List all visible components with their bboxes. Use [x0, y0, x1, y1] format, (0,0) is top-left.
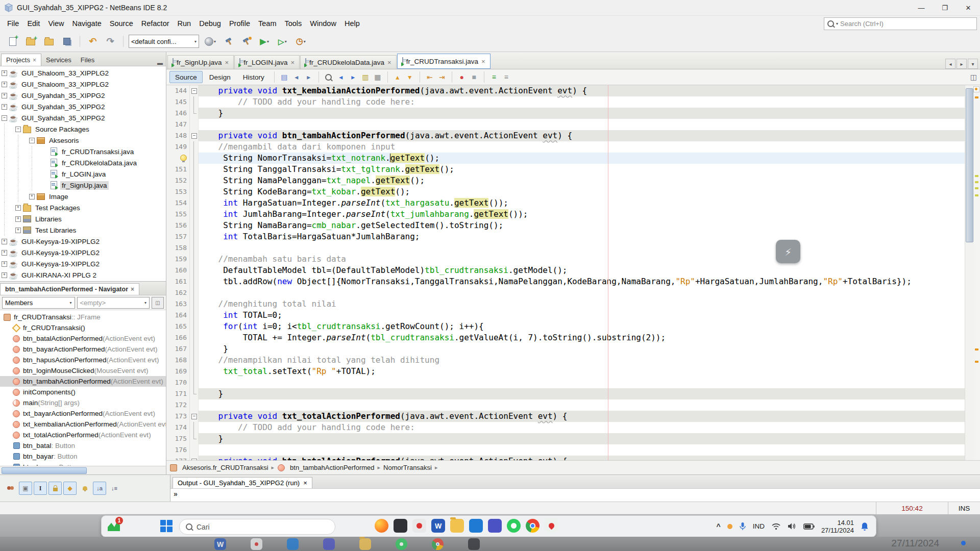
- scroll-left-icon[interactable]: ◂: [945, 59, 955, 69]
- taskbar-app-media-icon[interactable]: [412, 519, 426, 533]
- close-icon[interactable]: ×: [387, 59, 391, 66]
- set-main-project-button[interactable]: ▾: [201, 34, 219, 49]
- editor-tab-fr-crudkeloladata-java[interactable]: fr_CRUDkelolaData.java×: [300, 55, 397, 69]
- fold-collapse-icon[interactable]: −: [191, 88, 197, 94]
- navigator-item-txt-totalactionperformed[interactable]: txt_totalActionPerformed(ActionEvent evt…: [0, 430, 166, 440]
- taskbar-clock[interactable]: 14.01 27/11/2024: [821, 519, 854, 534]
- new-project-button[interactable]: [22, 34, 39, 49]
- fold-collapse-icon[interactable]: −: [191, 459, 197, 460]
- close-icon[interactable]: ×: [303, 479, 307, 487]
- navigator-horizontal-scrollbar[interactable]: [0, 466, 166, 474]
- view-history-button[interactable]: History: [237, 71, 270, 83]
- battery-icon[interactable]: [803, 523, 815, 530]
- taskbar-search-input[interactable]: Cari: [179, 519, 335, 535]
- collapse-icon[interactable]: −: [2, 115, 7, 121]
- taskbar-app-blue-app-icon[interactable]: [488, 519, 502, 533]
- notification-app-icon[interactable]: 1: [108, 519, 122, 533]
- navigator-mode-select[interactable]: Members▾: [2, 297, 75, 309]
- menu-debug[interactable]: Debug: [195, 17, 225, 30]
- navigator-item-fr-crudtransaksi[interactable]: fr_CRUDTransaksi :: JFrame: [0, 312, 166, 322]
- scrollbar-thumb[interactable]: [2, 467, 87, 474]
- forward-button[interactable]: ▸: [303, 71, 314, 83]
- editor-tab-fr-signup-java[interactable]: fr_SignUp.java×: [167, 55, 234, 69]
- tree-item-fr-signup-java[interactable]: fr_SignUp.java: [0, 180, 166, 191]
- menu-team[interactable]: Team: [254, 17, 280, 30]
- taskbar-app-chrome-icon[interactable]: [526, 519, 540, 533]
- navigator-window-button[interactable]: ◫: [152, 297, 164, 309]
- breadcrumb-item[interactable]: Aksesoris.fr_CRUDTransaksi: [182, 464, 268, 471]
- menu-edit[interactable]: Edit: [23, 17, 44, 30]
- fold-collapse-icon[interactable]: −: [191, 414, 197, 419]
- expand-icon[interactable]: +: [15, 228, 21, 233]
- expand-icon[interactable]: +: [15, 205, 21, 211]
- hint-lightbulb-icon[interactable]: [180, 155, 187, 161]
- run-button[interactable]: ▶▾: [256, 34, 273, 49]
- tab-services[interactable]: Services: [41, 54, 76, 66]
- tree-item-gui-shaloom-33-xipplg2[interactable]: +☕GUI_Shaloom_33_XIPPLG2: [0, 67, 166, 79]
- menu-view[interactable]: View: [44, 17, 68, 30]
- navigator-item-fr-crudtransaksi[interactable]: fr_CRUDTransaksi(): [0, 322, 166, 333]
- close-icon[interactable]: ×: [481, 58, 485, 65]
- tree-item-gui-syahdah-35-xippg2[interactable]: +☕GUI_Syahdah_35_XIPPG2: [0, 101, 166, 112]
- navigator-item-btn-bayar[interactable]: btn_bayar : Button: [0, 451, 166, 462]
- navigator-tab[interactable]: btn_tambahActionPerformed - Navigator×: [0, 283, 139, 295]
- tray-color-dot-icon[interactable]: [727, 524, 732, 529]
- tree-item-libraries[interactable]: +Libraries: [0, 213, 166, 224]
- close-button[interactable]: ✕: [957, 0, 980, 15]
- editor-tab-fr-login-java[interactable]: fr_LOGIN.java×: [234, 55, 300, 69]
- sort-position-button[interactable]: ↓≡: [108, 482, 121, 495]
- expand-icon[interactable]: +: [2, 239, 7, 244]
- menu-tools[interactable]: Tools: [280, 17, 306, 30]
- collapse-icon[interactable]: −: [15, 127, 21, 132]
- quick-search-input[interactable]: ▾ Search (Ctrl+I): [824, 17, 977, 30]
- prev-bookmark-button[interactable]: ▴: [392, 71, 403, 83]
- scroll-right-icon[interactable]: ▸: [957, 59, 967, 69]
- fold-collapse-icon[interactable]: −: [191, 133, 197, 139]
- code-editor[interactable]: ⚡ 144− private void txt_kembalianActionP…: [166, 85, 980, 460]
- expand-icon[interactable]: +: [15, 216, 21, 222]
- expand-icon[interactable]: +: [29, 194, 35, 199]
- tree-item-source-packages[interactable]: −Source Packages: [0, 123, 166, 135]
- taskbar-app-files-dark-icon[interactable]: [394, 519, 407, 533]
- navigator-item-btn-batal[interactable]: btn_batal : Button: [0, 440, 166, 451]
- expand-icon[interactable]: +: [2, 272, 7, 278]
- taskbar-app-folder-icon[interactable]: [450, 519, 464, 533]
- close-icon[interactable]: ×: [225, 59, 229, 66]
- close-icon[interactable]: ×: [33, 57, 36, 64]
- expand-icon[interactable]: +: [2, 93, 7, 98]
- navigator-item-txt-bayaractionperformed[interactable]: txt_bayarActionPerformed(ActionEvent evt…: [0, 408, 166, 419]
- menu-profile[interactable]: Profile: [225, 17, 254, 30]
- output-console[interactable]: »: [170, 489, 980, 502]
- editor-tab-fr-crudtransaksi-java[interactable]: fr_CRUDTransaksi.java×: [397, 54, 491, 69]
- screen-overlay-button[interactable]: ⚡: [776, 240, 800, 263]
- find-prev-button[interactable]: ◂: [335, 71, 347, 83]
- filter-bell-button[interactable]: [78, 482, 91, 495]
- shift-right-button[interactable]: ⇥: [436, 71, 448, 83]
- rect-selection-button[interactable]: ▦: [372, 71, 383, 83]
- build-button[interactable]: [222, 34, 237, 49]
- menu-window[interactable]: Window: [306, 17, 340, 30]
- menu-run[interactable]: Run: [174, 17, 195, 30]
- tree-item-gui-shaloom-33-xipplg2[interactable]: +☕GUI_Shaloom_33_XIPPLG2: [0, 79, 166, 90]
- find-next-button[interactable]: ▸: [348, 71, 359, 83]
- breadcrumb-item[interactable]: NomorTransaksi: [383, 464, 432, 471]
- tree-item-fr-crudkeloladata-java[interactable]: fr_CRUDkelolaData.java: [0, 157, 166, 168]
- last-edited-button[interactable]: ▤: [279, 71, 290, 83]
- tree-item-gui-kirana-xi-pplg-2[interactable]: +☕GUI-KIRANA-XI PPLG 2: [0, 269, 166, 281]
- bell-icon[interactable]: [861, 522, 869, 531]
- collapse-icon[interactable]: −: [29, 138, 35, 143]
- toggle-highlight-button[interactable]: ▥: [360, 71, 371, 83]
- menu-file[interactable]: File: [3, 17, 23, 30]
- navigator-item-btn-loginmouseclicked[interactable]: btn_loginMouseClicked(MouseEvent evt): [0, 365, 166, 376]
- stop-macro-button[interactable]: ■: [469, 71, 480, 83]
- uncomment-button[interactable]: ≡: [501, 71, 512, 83]
- navigator-filter-select[interactable]: <empty>▾: [77, 297, 150, 309]
- show-boxes-button[interactable]: ▣: [19, 482, 32, 495]
- back-button[interactable]: ◂: [291, 71, 302, 83]
- split-window-icon[interactable]: ◫: [970, 73, 980, 81]
- taskbar-app-word-icon[interactable]: W: [431, 519, 445, 533]
- output-tab[interactable]: Output - GUI_Syahdah_35_XIPPG2 (run)×: [173, 477, 312, 488]
- error-stripe[interactable]: [974, 85, 980, 460]
- close-icon[interactable]: ×: [290, 59, 295, 66]
- navigator-item-btn-batalactionperformed[interactable]: btn_batalActionPerformed(ActionEvent evt…: [0, 333, 166, 344]
